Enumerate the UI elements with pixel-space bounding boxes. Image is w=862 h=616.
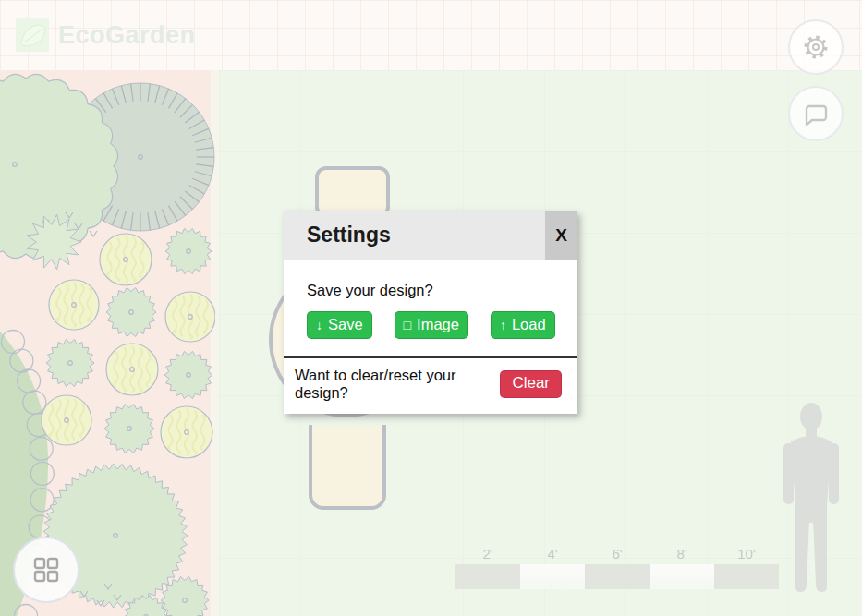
- square-icon: □: [404, 319, 411, 332]
- ecogarden-app: EcoGarden 2' 4' 6' 8' 10': [0, 0, 862, 616]
- save-actions-row: ↓ Save □ Image ↑ Load: [307, 311, 554, 339]
- image-button-label: Image: [417, 316, 459, 333]
- image-button[interactable]: □ Image: [395, 311, 468, 339]
- modal-title: Settings: [307, 223, 391, 248]
- save-prompt: Save your design?: [307, 282, 554, 299]
- save-button[interactable]: ↓ Save: [307, 311, 372, 339]
- clear-button[interactable]: Clear: [500, 370, 562, 398]
- settings-modal: Settings X Save your design? ↓ Save □ Im…: [284, 211, 577, 414]
- up-arrow-icon: ↑: [500, 319, 506, 332]
- clear-row: Want to clear/reset your design? Clear: [284, 358, 577, 414]
- modal-body: Save your design? ↓ Save □ Image ↑ Load …: [284, 260, 577, 414]
- save-button-label: Save: [328, 316, 363, 333]
- down-arrow-icon: ↓: [316, 319, 322, 332]
- modal-header: Settings X: [284, 211, 577, 260]
- close-button[interactable]: X: [545, 211, 577, 260]
- load-button[interactable]: ↑ Load: [491, 311, 555, 339]
- load-button-label: Load: [512, 316, 546, 333]
- clear-prompt: Want to clear/reset your design?: [295, 367, 500, 402]
